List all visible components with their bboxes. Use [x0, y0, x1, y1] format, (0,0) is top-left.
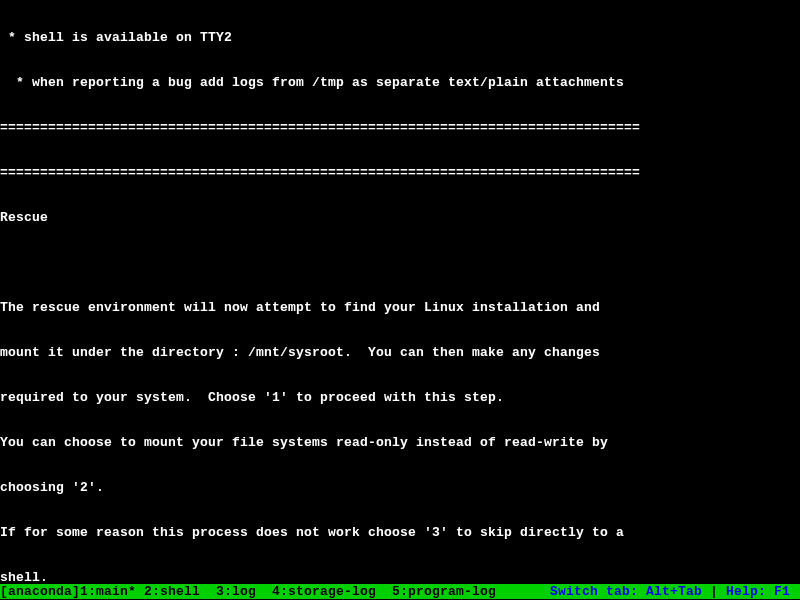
bug-notice: * when reporting a bug add logs from /tm… [0, 75, 800, 90]
rescue-text: choosing '2'. [0, 480, 800, 495]
status-help: Switch tab: Alt+Tab | Help: F1 [550, 584, 798, 599]
terminal-content: * shell is available on TTY2 * when repo… [0, 0, 800, 600]
help-hint: Help: F1 [726, 584, 798, 599]
rescue-title: Rescue [0, 210, 800, 225]
divider: ========================================… [0, 120, 800, 135]
tty-notice: * shell is available on TTY2 [0, 30, 800, 45]
rescue-text: If for some reason this process does not… [0, 525, 800, 540]
status-bar: [anaconda]1:main* 2:shell 3:log 4:storag… [0, 584, 800, 599]
switch-hint: Switch tab: Alt+Tab [550, 584, 702, 599]
blank-line [0, 255, 800, 270]
terminal-screen: * shell is available on TTY2 * when repo… [0, 0, 800, 600]
rescue-text: mount it under the directory : /mnt/sysr… [0, 345, 800, 360]
rescue-text: shell. [0, 570, 800, 585]
divider: ========================================… [0, 165, 800, 180]
separator: | [702, 584, 726, 599]
rescue-text: You can choose to mount your file system… [0, 435, 800, 450]
rescue-text: The rescue environment will now attempt … [0, 300, 800, 315]
status-tabs[interactable]: [anaconda]1:main* 2:shell 3:log 4:storag… [0, 584, 496, 599]
rescue-text: required to your system. Choose '1' to p… [0, 390, 800, 405]
